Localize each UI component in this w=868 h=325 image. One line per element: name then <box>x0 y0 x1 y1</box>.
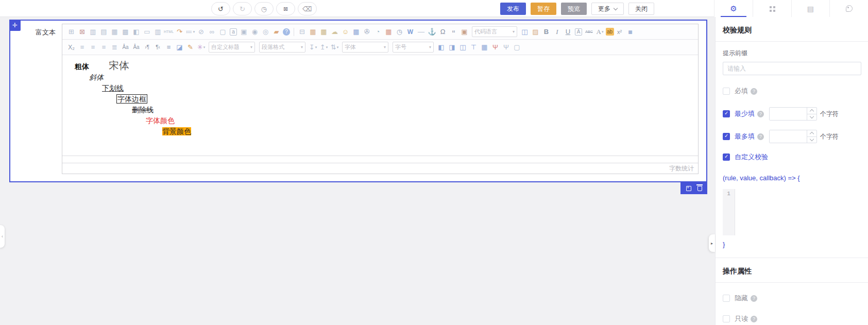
redo-button[interactable]: ↻ <box>233 2 252 15</box>
split-cells-icon[interactable]: ▥ <box>153 27 163 37</box>
italic-icon[interactable]: I <box>552 27 563 37</box>
paragraph-rtl-icon[interactable]: ¶‹ <box>153 42 163 53</box>
font-border-icon[interactable]: A <box>575 28 582 36</box>
more-button[interactable]: 更多 <box>591 3 624 15</box>
custom-heading-select[interactable]: 自定义标题▾ <box>209 42 255 53</box>
font-family-select[interactable]: 字体▾ <box>342 42 388 53</box>
clear-button[interactable]: ⊠ <box>276 2 295 15</box>
min-length-checkbox[interactable] <box>723 110 730 117</box>
code-block-icon[interactable]: ◫ <box>520 27 530 37</box>
search-icon[interactable]: ◎ <box>261 27 271 37</box>
table-sort-icon[interactable]: ▦ <box>480 42 490 53</box>
anchor-icon[interactable]: ⚓ <box>427 27 437 37</box>
undo-button[interactable]: ↺ <box>211 2 230 15</box>
question-icon[interactable]: ? <box>751 316 757 322</box>
max-length-input[interactable] <box>770 130 807 143</box>
tab-theme[interactable] <box>830 0 868 17</box>
delete-table-icon[interactable]: ⊠ <box>77 27 88 37</box>
redo-style-icon[interactable]: ↷ <box>175 27 185 37</box>
attachment-icon[interactable]: ✇ <box>362 27 372 37</box>
pin-gray-icon[interactable]: Ψ <box>501 42 512 53</box>
max-length-checkbox[interactable] <box>723 133 730 140</box>
image-icon[interactable]: ▦ <box>308 27 318 37</box>
insert-row-icon[interactable]: ▤ <box>99 27 109 37</box>
required-checkbox[interactable] <box>723 88 730 95</box>
align-left-icon[interactable]: ≡ <box>77 42 88 53</box>
bold-icon[interactable]: B <box>541 27 552 37</box>
question-icon[interactable]: ? <box>751 88 757 95</box>
rich-text-content[interactable]: 粗体宋体斜体下划线字体边框删除线字体颜色背景颜色 <box>62 55 698 156</box>
word-import-icon[interactable]: W <box>405 27 416 37</box>
paste-text-icon[interactable]: ▣ <box>459 27 470 37</box>
paragraph-ltr-icon[interactable]: ›¶ <box>142 42 152 53</box>
justify-icon[interactable]: ≣ <box>110 42 120 53</box>
table-properties-icon[interactable]: ▩ <box>121 27 131 37</box>
word-cloud-icon[interactable]: ☁ <box>330 27 340 37</box>
merge-cells-icon[interactable]: ◧ <box>131 27 142 37</box>
code-editor[interactable]: 1 <box>723 189 861 235</box>
horizontal-rule-icon[interactable]: — <box>416 27 427 37</box>
hidden-checkbox[interactable] <box>723 295 730 302</box>
indent-first-line-icon[interactable]: ◧ <box>436 42 447 53</box>
format-painter-icon[interactable]: ✎ <box>185 42 196 53</box>
font-color-icon[interactable]: A▾ <box>595 27 605 37</box>
question-icon[interactable]: ? <box>757 111 764 117</box>
trash-icon[interactable] <box>697 186 702 191</box>
indent-both-icon[interactable]: ◨ <box>447 42 457 53</box>
delete-button[interactable]: ⌫ <box>298 2 317 15</box>
auto-typeset-icon[interactable]: ✳▾ <box>196 42 207 53</box>
save-draft-button[interactable]: 暂存 <box>531 3 556 15</box>
page-break-icon[interactable]: ⊟ <box>297 27 308 37</box>
paragraph-spacing-icon[interactable]: ↥▾ <box>319 42 329 53</box>
insert-table-icon[interactable]: ⊞ <box>66 27 77 37</box>
to-lowercase-icon[interactable]: Âa <box>131 42 142 53</box>
page-settings-icon[interactable]: ▢ <box>512 42 522 53</box>
code-body[interactable] <box>735 189 861 235</box>
prefix-input[interactable] <box>723 62 861 75</box>
link-icon[interactable]: ∞ <box>207 27 217 37</box>
min-length-input[interactable] <box>770 108 807 120</box>
text-indent-icon[interactable]: ≡ <box>164 42 174 53</box>
insert-chart-icon[interactable]: ◔ <box>373 27 383 37</box>
form-canvas[interactable]: ✛ 富文本 ⊞⊠▥▤▦▩◧▭▥HTML↷≔▾⊘∞▢a▣◉◎▰?⊟▦▦☁☺▦✇◔▦… <box>0 17 715 325</box>
font-size-select[interactable]: 字号▾ <box>393 42 434 53</box>
superscript-icon[interactable]: x² <box>615 27 625 37</box>
strikethrough-icon[interactable]: ABC <box>584 27 594 37</box>
rich-text-component[interactable]: ✛ 富文本 ⊞⊠▥▤▦▩◧▭▥HTML↷≔▾⊘∞▢a▣◉◎▰?⊟▦▦☁☺▦✇◔▦… <box>9 20 707 182</box>
eraser-icon[interactable]: ◪ <box>175 42 185 53</box>
drag-handle[interactable]: ✛ <box>9 20 21 31</box>
tab-form-structure[interactable]: ▤ <box>792 0 830 17</box>
video-icon[interactable]: ▦ <box>351 27 362 37</box>
help-icon[interactable]: ? <box>283 28 290 36</box>
question-icon[interactable]: ? <box>751 295 757 302</box>
subscript-icon[interactable]: X₂ <box>66 42 77 53</box>
pin-red-icon[interactable]: Ψ <box>490 42 501 53</box>
duplicate-icon[interactable] <box>686 186 691 191</box>
find-replace-icon[interactable]: ◉ <box>250 27 260 37</box>
margin-top-icon[interactable]: ⊤ <box>469 42 479 53</box>
print-icon[interactable]: ▣ <box>239 27 249 37</box>
insert-column-icon[interactable]: ▥ <box>88 27 98 37</box>
line-spacing-icon[interactable]: ↧▾ <box>308 42 318 53</box>
new-document-icon[interactable]: ▢ <box>218 27 228 37</box>
close-button[interactable]: 关闭 <box>628 3 654 15</box>
to-uppercase-icon[interactable]: Âa <box>121 42 131 53</box>
emoji-icon[interactable]: ☺ <box>341 27 351 37</box>
readonly-checkbox[interactable] <box>723 315 730 322</box>
edit-html-icon[interactable]: HTML <box>164 27 174 37</box>
unlink-icon[interactable]: ⊘ <box>196 27 207 37</box>
image-upload-icon[interactable]: ▦ <box>319 27 329 37</box>
tab-components[interactable] <box>753 0 792 17</box>
insert-row-below-icon[interactable]: ▦ <box>110 27 120 37</box>
tab-settings[interactable]: ⚙ <box>714 0 753 17</box>
code-sample-icon[interactable]: ▨ <box>531 27 541 37</box>
custom-validation-checkbox[interactable] <box>723 153 730 161</box>
fullscreen-icon[interactable]: ■ <box>625 27 636 37</box>
max-length-stepper[interactable] <box>807 130 816 143</box>
publish-button[interactable]: 发布 <box>500 3 526 15</box>
special-char-icon[interactable]: Ω <box>438 27 448 37</box>
two-columns-icon[interactable]: ◫ <box>458 42 468 53</box>
align-right-icon[interactable]: ≡ <box>99 42 109 53</box>
left-collapse-handle[interactable]: ‹ <box>0 225 5 248</box>
underline-icon[interactable]: U <box>563 27 573 37</box>
